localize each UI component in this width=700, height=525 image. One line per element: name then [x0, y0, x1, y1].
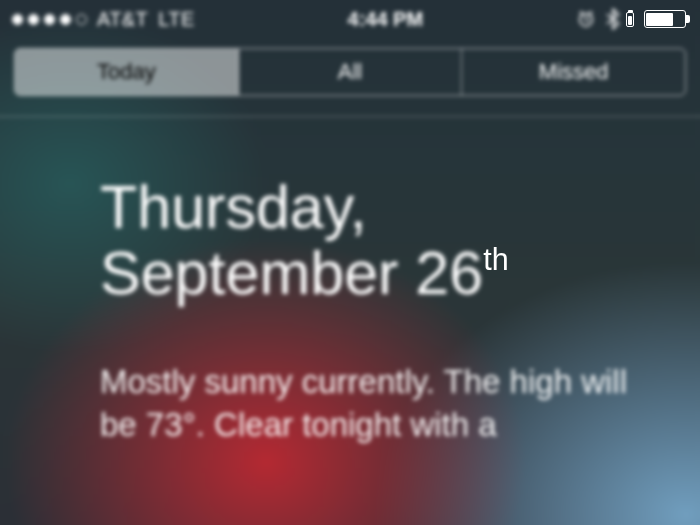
bluetooth-battery-icon — [626, 12, 634, 27]
date-ordinal: th — [483, 242, 508, 276]
battery-icon — [644, 10, 686, 28]
